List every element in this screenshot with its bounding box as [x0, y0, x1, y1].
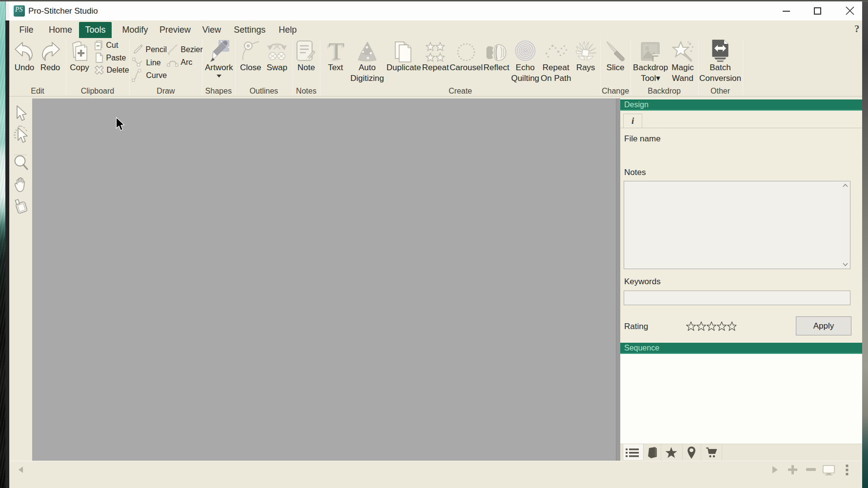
svg-text:T: T [329, 41, 345, 62]
